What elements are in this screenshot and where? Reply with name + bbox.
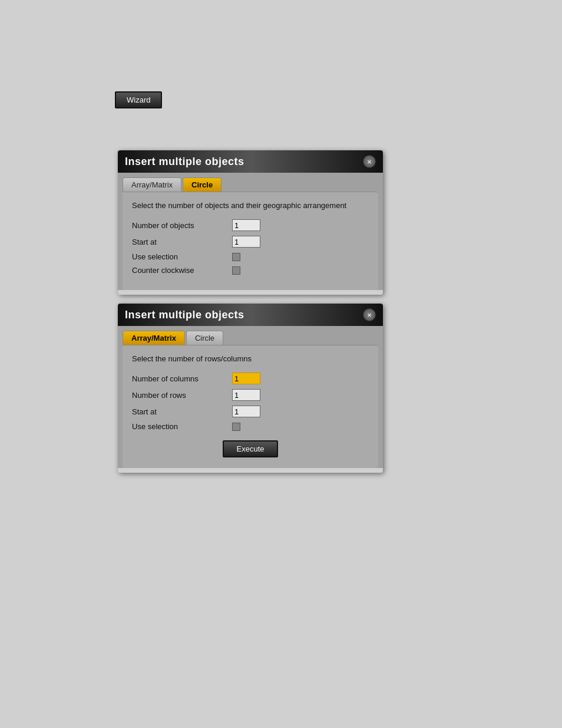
input-number-of-objects[interactable] (232, 219, 260, 231)
dialog-top-tabs: Array/Matrix Circle (118, 173, 383, 192)
dialog-bottom-close-button[interactable]: × (363, 308, 376, 321)
field-row-use-selection-bottom: Use selection (132, 422, 369, 431)
field-row-counter-clockwise: Counter clockwise (132, 266, 369, 275)
label-number-of-objects: Number of objects (132, 221, 232, 230)
field-row-num-objects: Number of objects (132, 219, 369, 231)
dialog-bottom-body: Array/Matrix Circle Select the number of… (118, 326, 383, 468)
tab-circle-top[interactable]: Circle (183, 177, 222, 192)
dialog-bottom-description: Select the number of rows/columns (132, 354, 369, 364)
dialog-bottom-content: Select the number of rows/columns Number… (123, 345, 378, 468)
dialog-top-title: Insert multiple objects (125, 156, 244, 168)
label-start-at-bottom: Start at (132, 407, 232, 416)
field-row-num-columns: Number of columns (132, 373, 369, 384)
dialog-top-titlebar: Insert multiple objects × (118, 150, 383, 173)
dialog-top: Insert multiple objects × Array/Matrix C… (118, 150, 383, 295)
dialog-bottom: Insert multiple objects × Array/Matrix C… (118, 304, 383, 473)
label-number-of-rows: Number of rows (132, 391, 232, 400)
checkbox-use-selection-top[interactable] (232, 253, 240, 261)
dialog-top-body: Array/Matrix Circle Select the number of… (118, 173, 383, 290)
tab-circle-bottom[interactable]: Circle (186, 331, 223, 345)
input-start-at-top[interactable] (232, 236, 260, 248)
checkbox-counter-clockwise[interactable] (232, 266, 240, 275)
label-counter-clockwise: Counter clockwise (132, 266, 232, 275)
input-number-of-columns[interactable] (232, 373, 260, 384)
checkbox-use-selection-bottom[interactable] (232, 423, 240, 431)
field-row-num-rows: Number of rows (132, 389, 369, 401)
label-start-at-top: Start at (132, 238, 232, 246)
dialog-top-content: Select the number of objects and their g… (123, 192, 378, 290)
label-use-selection-top: Use selection (132, 252, 232, 261)
label-use-selection-bottom: Use selection (132, 422, 232, 431)
dialog-bottom-titlebar: Insert multiple objects × (118, 304, 383, 326)
execute-button[interactable]: Execute (223, 440, 279, 457)
dialog-bottom-tabs: Array/Matrix Circle (118, 326, 383, 345)
field-row-start-at-bottom: Start at (132, 406, 369, 417)
wizard-button[interactable]: Wizard (115, 91, 162, 108)
field-row-use-selection-top: Use selection (132, 252, 369, 261)
execute-row: Execute (132, 440, 369, 457)
field-row-start-at-top: Start at (132, 236, 369, 248)
dialog-top-close-button[interactable]: × (363, 155, 376, 168)
input-start-at-bottom[interactable] (232, 406, 260, 417)
dialog-top-description: Select the number of objects and their g… (132, 200, 369, 211)
dialog-bottom-title: Insert multiple objects (125, 309, 244, 321)
tab-array-matrix-top[interactable]: Array/Matrix (123, 177, 181, 192)
input-number-of-rows[interactable] (232, 389, 260, 401)
label-number-of-columns: Number of columns (132, 374, 232, 383)
tab-array-matrix-bottom[interactable]: Array/Matrix (123, 331, 185, 345)
